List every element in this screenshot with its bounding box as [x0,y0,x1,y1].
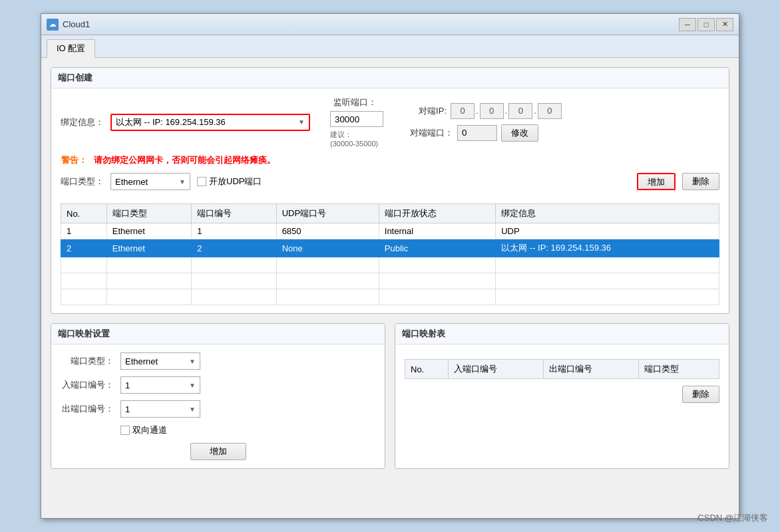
ip-box-1[interactable]: 0 [451,103,475,119]
port-creation-title: 端口创建 [51,68,729,88]
ip-box-3[interactable]: 0 [508,103,532,119]
remote-ip-label: 对端IP: [410,105,447,117]
mapping-table-panel: 端口映射表 No. 入端口编号 出端口编号 端口类型 [395,323,729,469]
bind-row: 绑定信息： 以太网 -- IP: 169.254.159.36 ▼ 监听端口： … [61,96,719,148]
port-type-dropdown[interactable]: Ethernet ▼ [110,173,190,190]
add-port-button[interactable]: 增加 [637,173,676,190]
window-controls: ─ □ ✕ [679,18,733,31]
remote-ip-boxes: 0 . 0 . 0 . 0 [451,103,562,119]
bind-label: 绑定信息： [61,116,104,128]
bidirectional-checkbox[interactable] [120,426,130,435]
mapping-table: No. 入端口编号 出端口编号 端口类型 [405,359,719,379]
mapping-type-row: 端口类型： Ethernet ▼ [61,352,375,370]
table-row-empty [61,257,719,273]
close-button[interactable]: ✕ [716,18,733,31]
bidirectional-label[interactable]: 双向通道 [120,424,167,436]
remote-port-input[interactable] [457,125,497,141]
warning-row: 警告： 请勿绑定公网网卡，否则可能会引起网络瘫痪。 [61,154,719,166]
bidirectional-text: 双向通道 [132,424,167,436]
listen-section: 监听端口： 建议：(30000-35000) [330,96,383,148]
port-mapping-title: 端口映射设置 [51,324,385,344]
port-table: No. 端口类型 端口编号 UDP端口号 端口开放状态 绑定信息 1Ethern… [61,203,719,305]
window-title: Cloud1 [63,19,679,29]
port-type-value: Ethernet [115,177,148,187]
port-mapping-panel: 端口映射设置 端口类型： Ethernet ▼ 入端口编号： 1 ▼ [51,323,385,469]
col-bind: 绑定信息 [496,204,719,223]
port-type-arrow: ▼ [179,178,186,186]
udp-checkbox[interactable] [197,177,206,186]
out-port-value: 1 [125,404,130,414]
mapping-type-value: Ethernet [125,356,158,366]
mapping-delete-row: 删除 [405,386,719,403]
app-icon: ☁ [47,19,59,31]
remote-ip-row: 对端IP: 0 . 0 . 0 . 0 [410,103,562,119]
table-row-empty [61,273,719,289]
out-port-arrow: ▼ [189,406,196,413]
table-row[interactable]: 2Ethernet2NonePublic以太网 -- IP: 169.254.1… [61,239,719,257]
warning-label: 警告： [61,154,87,166]
col-status: 端口开放状态 [379,204,495,223]
mapping-type-arrow: ▼ [189,358,196,365]
out-port-dropdown[interactable]: 1 ▼ [120,400,200,418]
in-port-dropdown[interactable]: 1 ▼ [120,376,200,394]
bidirectional-row: 双向通道 [61,424,375,436]
table-row[interactable]: 1Ethernet16850InternalUDP [61,223,719,239]
listen-label-row: 监听端口： [330,96,383,108]
mapping-table-title: 端口映射表 [395,324,729,344]
mapping-add-button[interactable]: 增加 [190,443,246,460]
map-col-type: 端口类型 [639,360,719,379]
mapping-delete-button[interactable]: 删除 [682,386,719,403]
ip-box-4[interactable]: 0 [538,103,562,119]
in-port-row: 入端口编号： 1 ▼ [61,376,375,394]
in-port-arrow: ▼ [189,382,196,389]
remote-port-label: 对端端口： [410,127,453,139]
map-col-out: 出端口编号 [544,360,639,379]
title-bar: ☁ Cloud1 ─ □ ✕ [41,14,739,35]
out-port-label: 出端口编号： [61,403,114,415]
tab-io-config[interactable]: IO 配置 [47,39,95,58]
udp-label: 开放UDP端口 [209,176,262,188]
tabs-bar: IO 配置 [41,35,739,58]
mapping-type-label: 端口类型： [61,355,114,367]
port-creation-panel: 端口创建 绑定信息： 以太网 -- IP: 169.254.159.36 ▼ 监… [51,67,729,314]
remote-section: 对端IP: 0 . 0 . 0 . 0 [410,103,562,142]
content-area: 端口创建 绑定信息： 以太网 -- IP: 169.254.159.36 ▼ 监… [41,58,739,518]
port-type-label: 端口类型： [61,176,104,188]
bottom-row: 端口映射设置 端口类型： Ethernet ▼ 入端口编号： 1 ▼ [51,323,729,469]
remote-port-row: 对端端口： 修改 [410,124,562,142]
maximize-button[interactable]: □ [697,18,715,31]
col-no: No. [61,204,107,223]
in-port-label: 入端口编号： [61,379,114,391]
out-port-row: 出端口编号： 1 ▼ [61,400,375,418]
listen-label: 监听端口： [330,96,377,108]
table-row-empty [61,289,719,305]
port-type-row: 端口类型： Ethernet ▼ 开放UDP端口 增加 删除 [61,173,719,190]
map-col-no: No. [405,360,449,379]
map-col-in: 入端口编号 [449,360,544,379]
main-window: ☁ Cloud1 ─ □ ✕ IO 配置 端口创建 绑定信息： 以太网 -- I… [41,13,739,519]
udp-checkbox-label[interactable]: 开放UDP端口 [197,176,262,188]
bind-dropdown[interactable]: 以太网 -- IP: 169.254.159.36 ▼ [110,114,310,131]
port-creation-body: 绑定信息： 以太网 -- IP: 169.254.159.36 ▼ 监听端口： … [51,88,729,313]
ip-box-2[interactable]: 0 [480,103,504,119]
bind-dropdown-arrow: ▼ [298,118,305,126]
watermark: CSDN @江湖侠客 [697,512,768,524]
hint-text: 建议：(30000-35000) [330,130,383,148]
mapping-add-btn-row: 增加 [61,443,375,460]
delete-port-button[interactable]: 删除 [682,173,719,190]
bind-value: 以太网 -- IP: 169.254.159.36 [116,116,226,128]
col-id: 端口编号 [192,204,276,223]
mapping-type-dropdown[interactable]: Ethernet ▼ [120,352,200,370]
in-port-value: 1 [125,380,130,390]
minimize-button[interactable]: ─ [679,18,696,31]
mapping-table-body: No. 入端口编号 出端口编号 端口类型 删除 [395,344,729,411]
col-type: 端口类型 [106,204,191,223]
listen-input[interactable] [330,111,383,127]
modify-button[interactable]: 修改 [501,124,538,142]
warning-text: 请勿绑定公网网卡，否则可能会引起网络瘫痪。 [94,154,276,166]
port-mapping-body: 端口类型： Ethernet ▼ 入端口编号： 1 ▼ [51,344,385,468]
col-udp: UDP端口号 [276,204,379,223]
